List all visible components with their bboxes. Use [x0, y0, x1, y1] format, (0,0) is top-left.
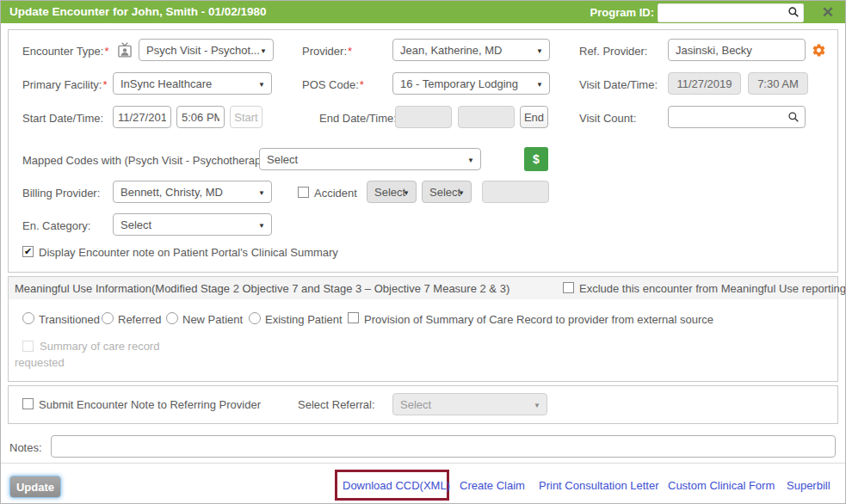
- visit-date-field[interactable]: 11/27/2019: [668, 72, 741, 95]
- mapped-codes-label: Mapped Codes with (Psych Visit - Psychot…: [22, 154, 270, 167]
- chevron-down-icon: ▼: [458, 189, 465, 197]
- meaningful-use-title: Meaningful Use Information(Modified Stag…: [15, 282, 509, 295]
- update-encounter-dialog: Update Encounter for John, Smith - 01/02…: [0, 0, 846, 504]
- en-category-label: En. Category:: [22, 219, 91, 232]
- visit-count-input[interactable]: [668, 106, 806, 128]
- primary-facility-label: Primary Facility:*: [22, 78, 108, 91]
- search-icon[interactable]: [787, 6, 800, 18]
- chevron-down-icon: ▼: [534, 402, 540, 409]
- summary-of-care-option: Summary of care record requested: [15, 338, 200, 371]
- chevron-down-icon: ▼: [403, 189, 410, 197]
- program-id-label: Program ID:: [590, 6, 654, 19]
- start-time-input[interactable]: [176, 106, 225, 128]
- en-category-select[interactable]: Select ▼: [113, 213, 272, 236]
- download-ccd-link[interactable]: Download CCD(XML): [343, 479, 450, 492]
- pos-code-select[interactable]: 16 - Temporary Lodging ▼: [392, 72, 550, 95]
- patient-portrait-icon[interactable]: [116, 41, 133, 58]
- end-date-field[interactable]: [395, 106, 452, 128]
- select-referral-select[interactable]: Select ▼: [392, 393, 547, 415]
- custom-clinical-form-link[interactable]: Custom Clinical Form: [668, 479, 775, 492]
- visit-time-field[interactable]: 7:30 AM: [748, 72, 808, 95]
- transitioned-label: Transitioned: [39, 313, 100, 326]
- encounter-type-select[interactable]: Psych Visit - Psychot... ▼: [139, 39, 274, 61]
- mapped-codes-select[interactable]: Select ▼: [259, 148, 481, 170]
- encounter-type-label: Encounter Type:*: [22, 45, 109, 58]
- dialog-header: Update Encounter for John, Smith - 01/02…: [1, 1, 845, 23]
- display-note-label: Display Encounter note on Patient Portal…: [39, 246, 338, 259]
- print-consultation-letter-link[interactable]: Print Consultation Letter: [539, 479, 658, 492]
- chevron-down-icon: ▼: [536, 47, 543, 55]
- submit-note-checkbox[interactable]: [22, 398, 34, 409]
- chevron-down-icon: ▼: [258, 81, 265, 89]
- accident-detail-field[interactable]: [482, 181, 549, 203]
- notes-input[interactable]: [51, 435, 836, 458]
- chevron-down-icon: ▼: [260, 47, 267, 55]
- billing-provider-select[interactable]: Bennett, Christy, MD ▼: [113, 181, 272, 203]
- submit-note-label: Submit Encounter Note to Referring Provi…: [39, 398, 261, 411]
- end-datetime-label: End Date/Time:: [319, 112, 397, 125]
- start-button[interactable]: Start: [230, 106, 262, 128]
- provision-label: Provision of Summary of Care Record to p…: [364, 313, 713, 326]
- accident-state-select[interactable]: Select ▼: [367, 181, 417, 203]
- chevron-down-icon: ▼: [258, 189, 265, 197]
- search-icon[interactable]: [787, 111, 800, 123]
- superbill-link[interactable]: Superbill: [787, 479, 831, 492]
- accident-type-select[interactable]: Select ▼: [422, 181, 472, 203]
- end-button[interactable]: End: [520, 106, 548, 128]
- ref-provider-input[interactable]: [668, 39, 806, 61]
- new-patient-label: New Patient: [182, 313, 243, 326]
- fee-dollar-button[interactable]: $: [524, 147, 548, 171]
- end-time-field[interactable]: [458, 106, 515, 128]
- billing-provider-label: Billing Provider:: [22, 187, 100, 200]
- summary-checkbox[interactable]: [22, 341, 34, 352]
- close-icon[interactable]: ✕: [822, 3, 834, 22]
- summary-label: Summary of care record requested: [15, 340, 159, 369]
- exclude-mu-label: Exclude this encounter from Meaningful U…: [579, 282, 846, 295]
- existing-patient-label: Existing Patient: [265, 313, 343, 326]
- notes-label: Notes:: [9, 441, 42, 454]
- referred-radio[interactable]: [102, 312, 114, 324]
- start-datetime-label: Start Date/Time:: [22, 112, 103, 125]
- visit-datetime-label: Visit Date/Time:: [579, 78, 658, 91]
- gear-icon[interactable]: [812, 43, 826, 58]
- provider-label: Provider:*: [302, 45, 352, 58]
- visit-count-label: Visit Count:: [579, 112, 636, 125]
- select-referral-label: Select Referral:: [298, 398, 375, 411]
- ref-provider-label: Ref. Provider:: [579, 45, 647, 58]
- provision-checkbox[interactable]: [348, 312, 359, 323]
- update-button[interactable]: Update: [9, 476, 61, 498]
- chevron-down-icon: ▼: [536, 81, 543, 89]
- chevron-down-icon: ▼: [258, 222, 265, 230]
- accident-label: Accident: [314, 187, 357, 200]
- display-note-checkbox[interactable]: ✔: [22, 246, 34, 257]
- existing-patient-radio[interactable]: [249, 312, 261, 324]
- check-icon: ✔: [24, 246, 32, 256]
- new-patient-radio[interactable]: [166, 312, 178, 324]
- program-id-search[interactable]: [658, 3, 804, 22]
- footer-divider: [1, 463, 845, 464]
- create-claim-link[interactable]: Create Claim: [460, 479, 525, 492]
- referred-label: Referred: [118, 313, 162, 326]
- provider-select[interactable]: Jean, Katherine, MD ▼: [392, 39, 550, 61]
- transitioned-radio[interactable]: [22, 312, 34, 324]
- pos-code-label: POS Code:*: [302, 78, 364, 91]
- dialog-title: Update Encounter for John, Smith - 01/02…: [9, 5, 267, 18]
- exclude-mu-checkbox[interactable]: [563, 282, 574, 293]
- accident-checkbox[interactable]: [298, 187, 309, 198]
- chevron-down-icon: ▼: [467, 157, 474, 164]
- program-id-input[interactable]: [662, 4, 784, 22]
- primary-facility-select[interactable]: InSync Healthcare ▼: [113, 72, 272, 95]
- start-date-input[interactable]: [113, 106, 171, 128]
